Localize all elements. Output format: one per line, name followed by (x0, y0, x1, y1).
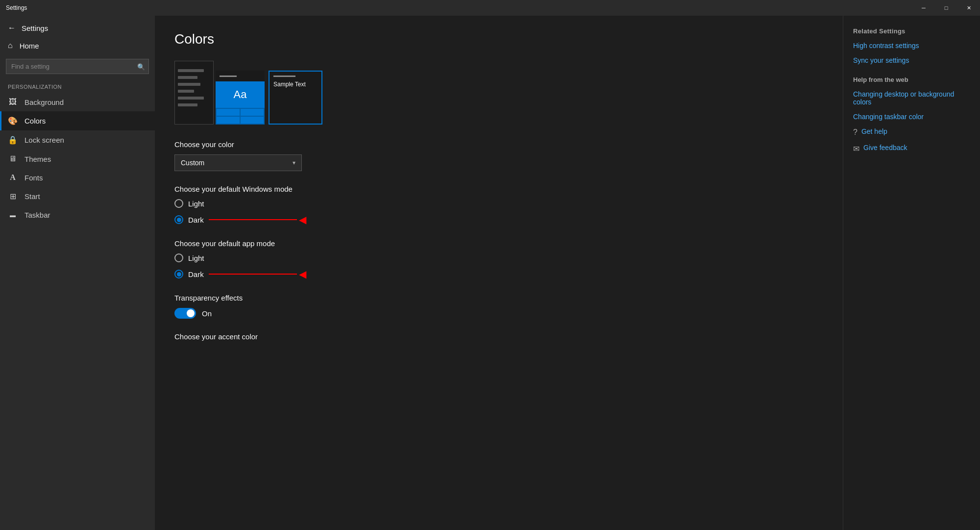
sidebar-item-taskbar[interactable]: ▬ Taskbar (0, 206, 155, 224)
toggle-knob (187, 309, 195, 317)
minimize-button[interactable]: ─ (912, 0, 935, 16)
preview-dark-lines (178, 69, 210, 106)
windows-mode-light[interactable]: Light (174, 199, 823, 208)
themes-icon: 🖥 (8, 154, 18, 163)
choose-color-label: Choose your color (174, 140, 823, 149)
dropdown-arrow-icon: ▾ (293, 159, 295, 166)
sidebar: ← Settings ⌂ Home 🔍 Personalization 🖼 Ba… (0, 16, 155, 530)
windows-mode-label: Choose your default Windows mode (174, 185, 823, 193)
titlebar-controls: ─ □ ✕ (912, 0, 980, 16)
windows-light-radio[interactable] (174, 199, 183, 208)
app-dark-radio[interactable] (174, 270, 183, 278)
app-mode-label: Choose your default app mode (174, 239, 823, 248)
sidebar-item-start[interactable]: ⊞ Start (0, 187, 155, 206)
give-feedback-item[interactable]: ✉ Give feedback (853, 144, 970, 153)
red-arrow-icon-2: ◀ (299, 268, 306, 280)
get-help-link[interactable]: Get help (861, 127, 887, 135)
app-mode-radio-group: Light Dark ◀ (174, 253, 823, 280)
app-light-label: Light (188, 254, 204, 262)
app-mode-light[interactable]: Light (174, 253, 823, 262)
preview-blue-tiles (216, 108, 265, 125)
sync-settings-link[interactable]: Sync your settings (853, 56, 970, 64)
app-light-radio[interactable] (174, 253, 183, 262)
search-input[interactable] (6, 59, 149, 74)
preview-blue-content: Aa (216, 81, 265, 108)
sample-text: Sample Text (273, 81, 318, 88)
maximize-button[interactable]: □ (935, 0, 957, 16)
preview-blue-bar-line (220, 76, 237, 77)
app-body: ← Settings ⌂ Home 🔍 Personalization 🖼 Ba… (0, 16, 980, 530)
preview-blue-window: Aa (216, 71, 265, 125)
preview-tile-4 (241, 117, 264, 124)
app-dark-annotation: ◀ (209, 268, 306, 280)
preview-tile-1 (217, 109, 240, 116)
app-dark-label: Dark (188, 270, 204, 278)
preview-area: Aa Sample Text (174, 61, 823, 125)
sidebar-item-lock-screen[interactable]: 🔒 Lock screen (0, 130, 155, 150)
get-help-icon: ? (853, 128, 858, 137)
windows-mode-dark[interactable]: Dark (174, 215, 204, 224)
start-icon: ⊞ (8, 192, 18, 201)
app-mode-dark[interactable]: Dark (174, 270, 204, 278)
accent-color-label: Choose your accent color (174, 332, 823, 341)
sidebar-item-themes[interactable]: 🖥 Themes (0, 150, 155, 168)
preview-line-6 (178, 103, 197, 106)
lock-screen-icon: 🔒 (8, 135, 18, 145)
section-title: Personalization (0, 80, 155, 93)
transparency-label: Transparency effects (174, 294, 823, 302)
app-mode-section: Choose your default app mode Light Dark … (174, 239, 823, 280)
home-icon: ⌂ (8, 41, 13, 50)
changing-taskbar-link[interactable]: Changing taskbar color (853, 113, 970, 121)
changing-desktop-colors-link[interactable]: Changing desktop or background colors (853, 90, 970, 106)
main-content: Colors Aa (155, 16, 843, 530)
transparency-toggle-row: On (174, 308, 823, 319)
preview-aa-text: Aa (234, 88, 247, 101)
sidebar-item-background[interactable]: 🖼 Background (0, 93, 155, 111)
windows-mode-section: Choose your default Windows mode Light D… (174, 185, 823, 226)
give-feedback-link[interactable]: Give feedback (863, 144, 907, 151)
windows-dark-label: Dark (188, 216, 204, 224)
sidebar-item-colors[interactable]: 🎨 Colors (0, 111, 155, 130)
search-box: 🔍 (6, 59, 149, 74)
preview-tile-2 (241, 109, 264, 116)
windows-light-label: Light (188, 200, 204, 208)
right-panel: Related Settings High contrast settings … (843, 16, 980, 530)
home-label: Home (20, 42, 39, 50)
related-settings-title: Related Settings (853, 27, 970, 35)
nav-label-colors: Colors (24, 117, 46, 125)
close-button[interactable]: ✕ (957, 0, 980, 16)
home-nav[interactable]: ⌂ Home (0, 36, 155, 55)
preview-line-3 (178, 83, 200, 86)
give-feedback-icon: ✉ (853, 144, 859, 153)
nav-label-themes: Themes (24, 155, 51, 163)
preview-line-1 (178, 69, 204, 72)
nav-label-fonts: Fonts (24, 174, 43, 182)
colors-icon: 🎨 (8, 116, 18, 126)
red-arrow-line (209, 219, 297, 220)
transparency-value: On (202, 309, 212, 318)
transparency-toggle[interactable] (174, 308, 196, 319)
fonts-icon: A (8, 173, 18, 182)
windows-mode-radio-group: Light Dark ◀ (174, 199, 823, 226)
high-contrast-link[interactable]: High contrast settings (853, 42, 970, 50)
windows-dark-radio[interactable] (174, 215, 183, 224)
help-web-title: Help from the web (853, 76, 970, 83)
app-title: Settings (22, 24, 48, 32)
sidebar-item-fonts[interactable]: A Fonts (0, 168, 155, 187)
transparency-section: Transparency effects On (174, 294, 823, 319)
back-nav[interactable]: ← Settings (0, 20, 155, 36)
preview-dark-window (174, 61, 214, 125)
dropdown-value: Custom (181, 159, 204, 167)
color-dropdown[interactable]: Custom ▾ (174, 154, 302, 171)
nav-label-background: Background (24, 98, 64, 106)
preview-line-4 (178, 90, 194, 93)
accent-color-section: Choose your accent color (174, 332, 823, 341)
get-help-item[interactable]: ? Get help (853, 127, 970, 137)
dark-mode-annotation: ◀ (209, 214, 306, 226)
preview-sample-window: Sample Text (269, 71, 322, 125)
titlebar: Settings ─ □ ✕ (0, 0, 980, 16)
nav-label-start: Start (24, 192, 40, 201)
titlebar-title: Settings (6, 4, 27, 11)
preview-blue-topbar (216, 71, 265, 81)
red-arrow-icon: ◀ (299, 214, 306, 226)
